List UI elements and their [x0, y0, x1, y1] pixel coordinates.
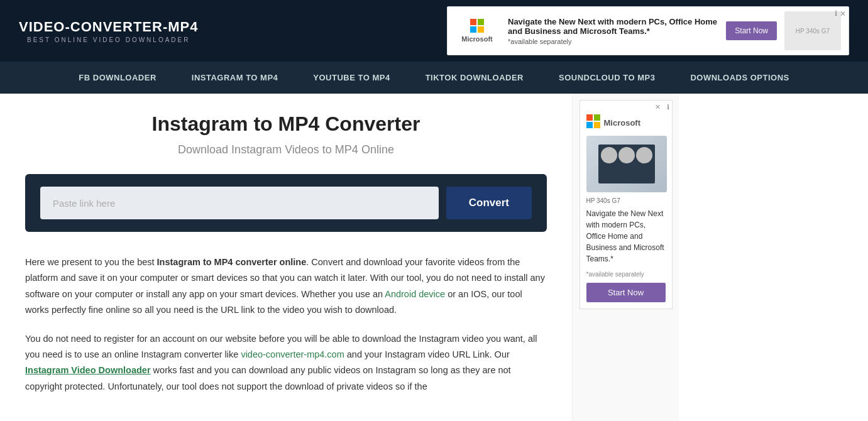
- sidebar-ad-close-icon[interactable]: ✕: [655, 103, 661, 111]
- ad-laptop-image: HP 340s G7: [784, 11, 841, 50]
- sidebar-ad-headline: Navigate the New Next with modern PCs, O…: [586, 208, 666, 265]
- android-link[interactable]: Android device: [385, 289, 445, 299]
- sidebar-ms-yellow: [594, 122, 600, 128]
- ad-footnote: *available separately: [508, 38, 718, 45]
- ad-brand-label: Microsoft: [461, 35, 493, 43]
- laptop-face-2: [618, 147, 635, 163]
- sidebar-brand-label: Microsoft: [604, 118, 641, 128]
- sidebar-ms-grid-icon: [586, 114, 600, 128]
- bold-text-1: Instagram to MP4 converter online: [157, 257, 307, 267]
- ms-blue: [470, 26, 476, 33]
- ad-info-icon[interactable]: ℹ: [835, 9, 837, 18]
- url-input[interactable]: [40, 187, 439, 219]
- sidebar-ms-red: [586, 114, 593, 121]
- nav-downloads-options[interactable]: DOWNLOADS OPTIONS: [673, 62, 806, 94]
- sidebar-laptop-image: [586, 136, 667, 192]
- converter-box: Convert: [25, 174, 547, 232]
- logo: VIDEO-CONVERTER-MP4 BEST ONLINE VIDEO DO…: [19, 19, 198, 43]
- ad-text: Navigate the New Next with modern PCs, O…: [508, 17, 718, 45]
- ms-red: [470, 19, 476, 25]
- ad-laptop-label: HP 340s G7: [796, 28, 830, 35]
- sidebar-laptop-label: HP 340s G7: [586, 197, 666, 204]
- sidebar-ms-green: [594, 114, 600, 121]
- page-subtitle: Download Instagram Videos to MP4 Online: [25, 143, 547, 156]
- site-link[interactable]: video-converter-mp4.com: [241, 349, 344, 359]
- ad-close-icon[interactable]: ✕: [840, 9, 846, 18]
- sidebar-ad-footnote: *available separately: [586, 271, 666, 278]
- laptop-face-1: [601, 147, 617, 163]
- nav-tiktok-downloader[interactable]: TIKTOK DOWNLOADER: [408, 62, 541, 94]
- body-paragraph-2: You do not need to register for an accou…: [25, 331, 547, 395]
- ms-yellow: [478, 26, 484, 33]
- laptop-face-3: [636, 147, 652, 163]
- nav-instagram-mp4[interactable]: INSTAGRAM TO MP4: [174, 62, 296, 94]
- content-area: Instagram to MP4 Converter Download Inst…: [0, 94, 572, 421]
- header-ad-banner: ℹ ✕ Microsoft Navigate the New Next with…: [447, 6, 849, 55]
- logo-subtitle: BEST ONLINE VIDEO DOWNLOADER: [27, 36, 190, 43]
- nav-fb-downloader[interactable]: FB DOWNLOADER: [61, 62, 174, 94]
- site-header: VIDEO-CONVERTER-MP4 BEST ONLINE VIDEO DO…: [0, 0, 868, 62]
- sidebar-ad-info-icon[interactable]: ℹ: [667, 103, 669, 111]
- nav-youtube-mp4[interactable]: YOUTUBE TO MP4: [295, 62, 407, 94]
- logo-title: VIDEO-CONVERTER-MP4: [19, 19, 198, 35]
- main-nav: FB DOWNLOADER INSTAGRAM TO MP4 YOUTUBE T…: [0, 62, 868, 94]
- sidebar-laptop-screen: [598, 145, 655, 183]
- ad-start-button[interactable]: Start Now: [726, 21, 777, 40]
- instagram-downloader-link[interactable]: Instagram Video Downloader: [25, 365, 151, 375]
- sidebar-ad: ℹ ✕ Microsoft HP 340s G7 Navig: [580, 100, 673, 309]
- sidebar: ℹ ✕ Microsoft HP 340s G7 Navig: [572, 94, 679, 421]
- sidebar-ms-header: Microsoft: [586, 114, 666, 131]
- main-layout: Instagram to MP4 Converter Download Inst…: [0, 94, 868, 421]
- nav-soundcloud-mp3[interactable]: SOUNDCLOUD TO MP3: [541, 62, 673, 94]
- ms-grid-icon: [470, 19, 484, 33]
- convert-button[interactable]: Convert: [446, 187, 532, 219]
- ad-ms-logo: Microsoft: [455, 19, 499, 43]
- ms-green: [478, 19, 484, 25]
- sidebar-start-button[interactable]: Start Now: [586, 283, 666, 302]
- body-paragraph-1: Here we present to you the best Instagra…: [25, 254, 547, 319]
- ad-headline: Navigate the New Next with modern PCs, O…: [508, 17, 718, 36]
- sidebar-ms-blue: [586, 122, 593, 128]
- page-title: Instagram to MP4 Converter: [25, 112, 547, 136]
